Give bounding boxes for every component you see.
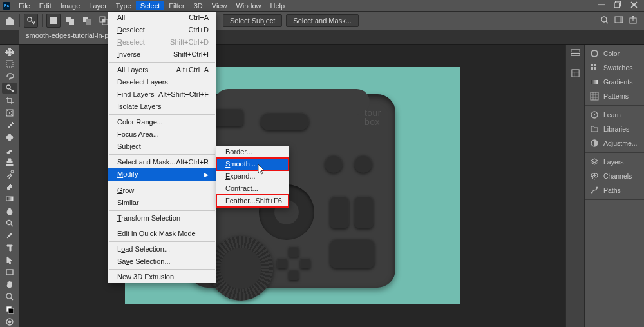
menu-layer[interactable]: Layer	[84, 1, 111, 10]
tool-lasso[interactable]	[2, 70, 17, 81]
search-icon[interactable]	[600, 15, 609, 26]
menuitem-modify[interactable]: Modify▶	[108, 168, 216, 181]
menuitem-color-range-[interactable]: Color Range...	[108, 116, 216, 128]
svg-rect-8	[86, 19, 91, 25]
selection-add-icon[interactable]	[63, 14, 77, 28]
tool-quickmask[interactable]	[2, 316, 17, 327]
menu-edit[interactable]: Edit	[35, 1, 56, 10]
tool-pen[interactable]	[2, 230, 17, 241]
tool-eyedropper[interactable]	[2, 119, 17, 130]
panel-paths[interactable]: Paths	[585, 183, 644, 197]
menuitem-deselect-layers[interactable]: Deselect Layers	[108, 76, 216, 88]
close-icon[interactable]	[630, 1, 638, 10]
svg-point-33	[8, 321, 11, 323]
tool-quick-select[interactable]	[2, 83, 17, 94]
tool-blur[interactable]	[2, 206, 17, 217]
tool-marquee[interactable]	[2, 58, 17, 69]
workspace-icon[interactable]	[614, 15, 623, 26]
selection-subtract-icon[interactable]	[80, 14, 94, 28]
tool-gradient[interactable]	[2, 193, 17, 204]
menuitem-select-and-mask-[interactable]: Select and Mask...Alt+Ctrl+R	[108, 156, 216, 168]
svg-point-25	[11, 170, 14, 173]
menuitem-focus-area-[interactable]: Focus Area...	[108, 128, 216, 141]
tool-move[interactable]	[2, 46, 17, 57]
svg-point-3	[28, 17, 32, 21]
svg-rect-31	[8, 308, 14, 313]
svg-rect-28	[6, 270, 13, 275]
tool-dodge[interactable]	[2, 218, 17, 229]
tool-heal[interactable]	[2, 132, 17, 143]
tool-hand[interactable]	[2, 279, 17, 290]
active-tool-icon[interactable]	[24, 14, 38, 28]
menuitem-new-3d-extrusion[interactable]: New 3D Extrusion	[108, 271, 216, 283]
svg-rect-39	[594, 64, 596, 66]
tool-zoom[interactable]	[2, 292, 17, 302]
tool-brush[interactable]	[2, 144, 17, 155]
select-subject-button[interactable]: Select Subject	[223, 14, 282, 27]
panel-channels[interactable]: Channels	[585, 169, 644, 183]
menuitem-transform-selection[interactable]: Transform Selection	[108, 212, 216, 224]
tool-path-select[interactable]	[2, 255, 17, 266]
history-panel-icon[interactable]	[571, 48, 580, 59]
submenuitem-border-[interactable]: Border...	[216, 146, 289, 158]
panel-learn[interactable]: Learn	[585, 108, 644, 122]
panel-layers[interactable]: Layers	[585, 155, 644, 169]
panel-color[interactable]: Color	[585, 46, 644, 61]
menuitem-all-layers[interactable]: All LayersAlt+Ctrl+A	[108, 64, 216, 76]
menu-help[interactable]: Help	[266, 1, 290, 10]
select-menu-dropdown[interactable]: AllCtrl+ADeselectCtrl+DReselectShift+Ctr…	[108, 12, 216, 283]
tool-crop[interactable]	[2, 95, 17, 106]
menuitem-isolate-layers[interactable]: Isolate Layers	[108, 101, 216, 113]
menuitem-edit-in-quick-mask-mode[interactable]: Edit in Quick Mask Mode	[108, 228, 216, 240]
tool-history-brush[interactable]	[2, 168, 17, 179]
submenuitem-feather-[interactable]: Feather...Shift+F6	[216, 195, 289, 207]
tool-eraser[interactable]	[2, 181, 17, 192]
menuitem-inverse[interactable]: InverseShift+Ctrl+I	[108, 48, 216, 61]
panel-adjustme-[interactable]: Adjustme...	[585, 136, 644, 150]
menu-window[interactable]: Window	[231, 1, 265, 10]
svg-point-29	[6, 293, 12, 299]
menuitem-save-selection-[interactable]: Save Selection...	[108, 255, 216, 268]
menuitem-all[interactable]: AllCtrl+A	[108, 12, 216, 24]
restore-icon[interactable]	[614, 1, 621, 10]
panel-swatches[interactable]: Swatches	[585, 61, 644, 75]
submenuitem-expand-[interactable]: Expand...	[216, 170, 289, 183]
svg-rect-0	[598, 4, 605, 5]
home-icon[interactable]	[4, 15, 15, 26]
menu-file[interactable]: File	[14, 1, 35, 10]
modify-submenu[interactable]: Border...Smooth...Expand...Contract...Fe…	[216, 146, 289, 207]
menuitem-similar[interactable]: Similar	[108, 197, 216, 209]
tool-stamp[interactable]	[2, 156, 17, 167]
menuitem-load-selection-[interactable]: Load Selection...	[108, 243, 216, 255]
menu-filter[interactable]: Filter	[164, 1, 189, 10]
submenuitem-contract-[interactable]: Contract...	[216, 183, 289, 195]
menu-select[interactable]: Select	[136, 1, 165, 10]
svg-point-37	[591, 50, 598, 57]
panel-patterns[interactable]: Patterns	[585, 89, 644, 103]
menuitem-grow[interactable]: Grow	[108, 184, 216, 197]
image-logo: tourbox	[365, 108, 381, 126]
tool-rectangle[interactable]	[2, 267, 17, 278]
svg-rect-2	[614, 3, 620, 8]
svg-point-21	[6, 85, 10, 89]
svg-rect-38	[591, 64, 593, 66]
tool-type[interactable]	[2, 243, 17, 253]
properties-panel-icon[interactable]	[571, 68, 580, 79]
panel-gradients[interactable]: Gradients	[585, 75, 644, 89]
panel-libraries[interactable]: Libraries	[585, 122, 644, 136]
menuitem-find-layers[interactable]: Find LayersAlt+Shift+Ctrl+F	[108, 88, 216, 101]
share-icon[interactable]	[629, 15, 638, 26]
menu-image[interactable]: Image	[56, 1, 85, 10]
menu-view[interactable]: View	[207, 1, 232, 10]
canvas-area[interactable]: tourbox	[19, 45, 565, 327]
minimize-icon[interactable]	[598, 1, 605, 10]
menuitem-deselect[interactable]: DeselectCtrl+D	[108, 24, 216, 36]
selection-new-icon[interactable]	[46, 14, 61, 28]
select-and-mask-button[interactable]: Select and Mask...	[286, 14, 359, 27]
tool-frame[interactable]	[2, 107, 17, 118]
menu-3d[interactable]: 3D	[189, 1, 207, 10]
submenuitem-smooth-[interactable]: Smooth...	[216, 158, 289, 170]
menuitem-subject[interactable]: Subject	[108, 141, 216, 153]
tool-colors[interactable]	[2, 304, 17, 315]
menu-type[interactable]: Type	[111, 1, 136, 10]
